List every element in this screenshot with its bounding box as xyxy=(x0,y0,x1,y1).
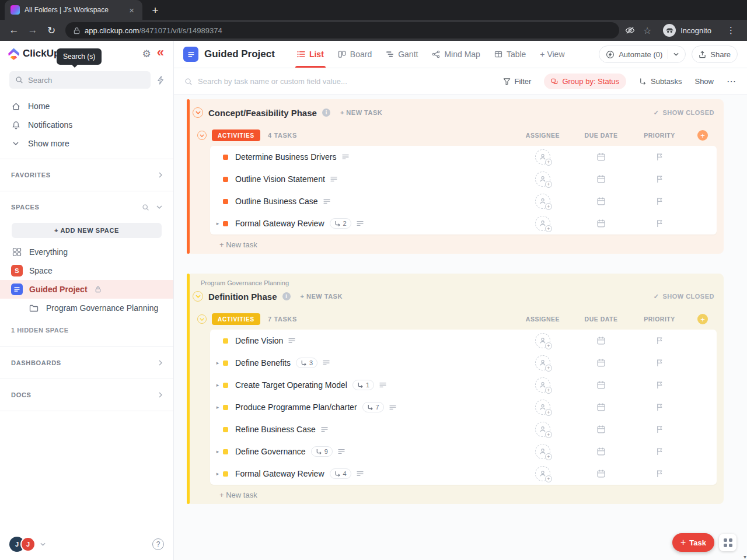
assignee-cell[interactable]: + xyxy=(514,377,572,393)
task-name[interactable]: Determine Business Drivers xyxy=(235,152,337,162)
task-status-square[interactable] xyxy=(223,199,228,204)
collapse-status-icon[interactable] xyxy=(197,314,207,324)
add-view-button[interactable]: + View xyxy=(533,41,571,68)
add-assignee-icon[interactable]: + xyxy=(535,355,550,370)
task-status-square[interactable] xyxy=(223,405,228,410)
dashboards-section[interactable]: DASHBOARDS xyxy=(0,353,173,373)
filter-button[interactable]: Filter xyxy=(503,77,532,86)
expand-task-icon[interactable]: ▸ xyxy=(214,360,222,366)
due-date-cell[interactable] xyxy=(572,219,630,228)
due-date-cell[interactable] xyxy=(572,174,630,184)
subtask-count-badge[interactable]: 3 xyxy=(296,358,317,368)
task-status-square[interactable] xyxy=(223,338,228,344)
task-name[interactable]: Outline Vision Statement xyxy=(235,174,325,184)
tab-mind-map[interactable]: Mind Map xyxy=(425,41,487,68)
hidden-space-label[interactable]: 1 HIDDEN SPACE xyxy=(0,327,173,334)
subtask-count-badge[interactable]: 1 xyxy=(352,380,374,390)
task-name[interactable]: Formal Gateway Review xyxy=(235,469,324,478)
add-task-button[interactable]: + New task xyxy=(219,491,724,499)
assignee-cell[interactable]: + xyxy=(514,444,572,459)
due-date-cell[interactable] xyxy=(572,425,630,434)
priority-cell[interactable] xyxy=(630,219,689,228)
task-row[interactable]: ▸Produce Programme Plan/charter7+ xyxy=(210,396,717,418)
reload-icon[interactable]: ↻ xyxy=(43,22,60,38)
assignee-cell[interactable]: + xyxy=(514,422,572,437)
due-date-cell[interactable] xyxy=(572,380,630,390)
subtask-count-badge[interactable]: 7 xyxy=(362,402,384,412)
add-assignee-icon[interactable]: + xyxy=(535,216,550,231)
chevron-down-icon[interactable] xyxy=(156,205,162,209)
add-assignee-icon[interactable]: + xyxy=(535,333,550,348)
favorites-section[interactable]: FAVORITES xyxy=(0,165,173,185)
priority-cell[interactable] xyxy=(630,337,689,345)
subtask-count-badge[interactable]: 4 xyxy=(330,468,351,479)
task-status-square[interactable] xyxy=(223,155,228,160)
expand-task-icon[interactable]: ▸ xyxy=(214,449,222,454)
collapse-group-icon[interactable] xyxy=(193,291,203,302)
task-status-square[interactable] xyxy=(223,360,228,366)
task-status-square[interactable] xyxy=(223,471,228,477)
show-closed-toggle[interactable]: ✓SHOW CLOSED xyxy=(654,109,714,117)
priority-cell[interactable] xyxy=(630,447,689,456)
tab-list[interactable]: List xyxy=(290,41,331,68)
column-due-date[interactable]: DUE DATE xyxy=(572,316,630,323)
expand-task-icon[interactable]: ▸ xyxy=(214,471,222,477)
task-name[interactable]: Create Target Operating Model xyxy=(235,380,347,390)
sidebar-search-field[interactable] xyxy=(28,76,145,85)
add-column-button[interactable]: + xyxy=(697,130,708,141)
add-assignee-icon[interactable]: + xyxy=(535,172,550,187)
sidebar-search-input[interactable] xyxy=(9,71,151,89)
spaces-section[interactable]: SPACES xyxy=(0,197,173,217)
priority-cell[interactable] xyxy=(630,175,689,183)
add-assignee-icon[interactable]: + xyxy=(535,194,550,209)
tab-table[interactable]: Table xyxy=(487,41,533,68)
assignee-cell[interactable]: + xyxy=(514,400,572,415)
apps-grid-button[interactable] xyxy=(719,534,736,551)
add-assignee-icon[interactable]: + xyxy=(535,149,550,164)
add-assignee-icon[interactable]: + xyxy=(535,422,550,437)
scrollbar-down-arrow[interactable]: ▾ xyxy=(743,554,746,560)
info-icon[interactable]: i xyxy=(322,108,330,117)
task-status-square[interactable] xyxy=(223,449,228,454)
browser-tab[interactable]: All Folders | J's Workspace × xyxy=(5,0,142,20)
task-row[interactable]: ▸Outline Vision Statement+ xyxy=(210,168,717,190)
priority-cell[interactable] xyxy=(630,425,689,433)
show-closed-toggle[interactable]: ✓SHOW CLOSED xyxy=(654,293,714,300)
add-task-button[interactable]: + New task xyxy=(219,240,724,249)
priority-cell[interactable] xyxy=(630,470,689,478)
collapse-sidebar-icon[interactable]: « xyxy=(156,46,165,61)
task-name[interactable]: Refine Business Case xyxy=(235,425,316,434)
add-assignee-icon[interactable]: + xyxy=(535,400,550,415)
automation-bolt-icon[interactable] xyxy=(156,76,165,85)
column-assignee[interactable]: ASSIGNEE xyxy=(514,132,572,139)
add-new-space-button[interactable]: + ADD NEW SPACE xyxy=(12,223,162,238)
task-row[interactable]: ▸Define Benefits3+ xyxy=(210,352,717,374)
new-task-link[interactable]: + NEW TASK xyxy=(301,293,343,300)
task-row[interactable]: ▸Refine Business Case+ xyxy=(210,418,717,440)
task-row[interactable]: ▸Define Governance9+ xyxy=(210,440,717,463)
back-icon[interactable]: ← xyxy=(6,22,22,38)
task-status-square[interactable] xyxy=(223,221,228,226)
assignee-cell[interactable]: + xyxy=(514,333,572,348)
collapse-group-icon[interactable] xyxy=(193,107,203,118)
task-row[interactable]: ▸Define Vision+ xyxy=(210,330,717,352)
settings-gear-icon[interactable]: ⚙ xyxy=(138,48,156,60)
sidebar-item-space[interactable]: S Space xyxy=(0,261,173,280)
task-row[interactable]: ▸Create Target Operating Model1+ xyxy=(210,374,717,396)
task-status-square[interactable] xyxy=(223,427,228,432)
add-column-button[interactable]: + xyxy=(697,314,708,324)
task-row[interactable]: ▸Determine Business Drivers+ xyxy=(210,146,717,168)
share-button[interactable]: Share xyxy=(692,46,738,63)
status-badge[interactable]: ACTIVITIES xyxy=(212,130,260,141)
expand-task-icon[interactable]: ▸ xyxy=(214,220,222,226)
task-name[interactable]: Define Governance xyxy=(235,447,306,456)
task-status-square[interactable] xyxy=(223,383,228,388)
sidebar-item-home[interactable]: Home xyxy=(0,97,173,116)
task-name[interactable]: Define Benefits xyxy=(235,358,291,368)
due-date-cell[interactable] xyxy=(572,197,630,206)
priority-cell[interactable] xyxy=(630,153,689,161)
task-search-input[interactable] xyxy=(184,77,383,86)
show-button[interactable]: Show xyxy=(694,77,714,86)
priority-cell[interactable] xyxy=(630,359,689,367)
due-date-cell[interactable] xyxy=(572,336,630,345)
